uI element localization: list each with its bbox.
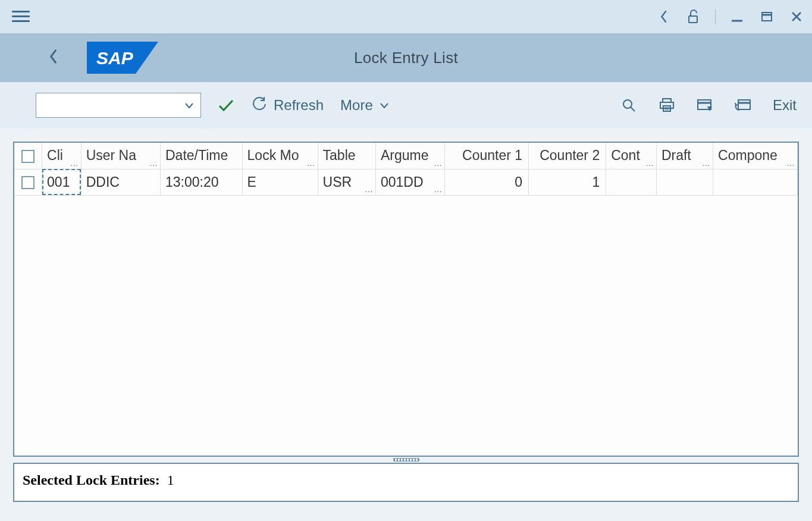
cell-datetime[interactable]: 13:00:20 <box>161 169 243 195</box>
toolbar: Refresh More Exit <box>0 82 812 128</box>
svg-point-8 <box>623 100 632 108</box>
close-window-icon[interactable] <box>735 97 751 114</box>
cell-table[interactable]: USR <box>318 169 375 195</box>
column-user-name[interactable]: User Na <box>81 143 160 169</box>
cell-counter-1[interactable]: 0 <box>445 169 529 195</box>
status-value: 1 <box>167 472 174 488</box>
cell-argument[interactable]: 001DD <box>375 169 444 195</box>
column-select-all[interactable] <box>14 143 42 169</box>
new-window-icon[interactable] <box>697 97 713 114</box>
exit-button[interactable]: Exit <box>773 97 797 114</box>
separator <box>715 9 716 24</box>
status-panel: Selected Lock Entries: 1 <box>13 463 799 502</box>
cell-component[interactable] <box>713 169 798 195</box>
unlock-icon[interactable] <box>685 8 702 25</box>
svg-text:SAP: SAP <box>96 48 134 68</box>
cell-draft[interactable] <box>656 169 713 195</box>
column-lock-mode[interactable]: Lock Mo <box>242 143 318 169</box>
column-cont[interactable]: Cont <box>606 143 657 169</box>
checkbox[interactable] <box>21 150 35 163</box>
system-bar <box>0 0 812 33</box>
svg-rect-2 <box>762 12 772 21</box>
table-row[interactable]: 001 DDIC 13:00:20 E USR 001DD 0 1 <box>14 169 798 195</box>
column-draft[interactable]: Draft <box>656 143 713 169</box>
accept-button[interactable] <box>218 98 234 112</box>
svg-line-9 <box>631 107 635 111</box>
print-icon[interactable] <box>659 97 675 114</box>
column-argument[interactable]: Argume <box>375 143 444 169</box>
cell-lock-mode[interactable]: E <box>242 169 318 195</box>
cell-cont[interactable] <box>606 169 657 195</box>
more-label: More <box>340 97 373 114</box>
command-field[interactable] <box>36 93 201 118</box>
column-counter-2[interactable]: Counter 2 <box>529 143 606 169</box>
cell-client[interactable]: 001 <box>42 169 81 195</box>
svg-rect-18 <box>738 100 750 109</box>
cell-counter-2[interactable]: 1 <box>529 169 606 195</box>
svg-rect-0 <box>689 16 697 23</box>
back-button[interactable] <box>48 48 59 67</box>
status-label: Selected Lock Entries: <box>23 472 160 488</box>
row-checkbox[interactable] <box>21 176 35 189</box>
splitter-handle[interactable] <box>13 457 799 463</box>
content-area: Cli User Na Date/Time Lock Mo Table Argu… <box>0 128 812 515</box>
close-icon[interactable] <box>788 8 805 25</box>
refresh-label: Refresh <box>274 97 324 114</box>
sap-logo: SAP <box>87 42 158 74</box>
refresh-icon <box>251 95 268 115</box>
lock-entry-grid: Cli User Na Date/Time Lock Mo Table Argu… <box>13 142 799 457</box>
column-client[interactable]: Cli <box>42 143 81 169</box>
column-table[interactable]: Table <box>318 143 375 169</box>
search-icon[interactable] <box>620 97 637 114</box>
cell-user[interactable]: DDIC <box>81 169 160 195</box>
more-button[interactable]: More <box>340 97 390 114</box>
column-component[interactable]: Compone <box>713 143 798 169</box>
minimize-icon[interactable] <box>729 8 745 25</box>
title-bar: SAP Lock Entry List <box>0 33 812 82</box>
maximize-icon[interactable] <box>758 8 775 25</box>
page-title: Lock Entry List <box>354 49 458 67</box>
column-date-time[interactable]: Date/Time <box>161 143 243 169</box>
table-header-row: Cli User Na Date/Time Lock Mo Table Argu… <box>14 143 798 169</box>
refresh-button[interactable]: Refresh <box>251 95 324 115</box>
prev-icon[interactable] <box>656 8 672 25</box>
menu-icon[interactable] <box>10 8 32 24</box>
column-counter-1[interactable]: Counter 1 <box>445 143 529 169</box>
